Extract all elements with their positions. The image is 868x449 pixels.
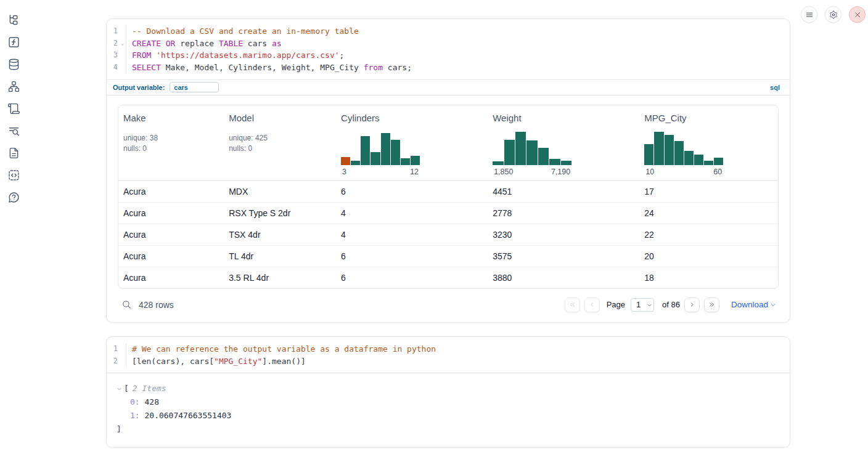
search-icon[interactable] — [121, 299, 132, 310]
close-bracket: ] — [117, 423, 780, 436]
code-line[interactable]: 4SELECT Make, Model, Cylinders, Weight, … — [107, 62, 790, 74]
output-variable-input[interactable] — [170, 82, 219, 92]
column-title: Weight — [493, 113, 634, 123]
datasources-icon[interactable] — [7, 57, 20, 71]
histogram-bar — [644, 144, 653, 165]
dependency-graph-icon[interactable] — [7, 79, 20, 93]
last-page-button[interactable] — [704, 297, 719, 312]
histogram-bar — [401, 158, 410, 165]
logs-search-icon[interactable] — [7, 124, 20, 137]
table-cell: 3.5 RL 4dr — [224, 267, 336, 288]
documentation-icon[interactable] — [7, 146, 20, 160]
table-cell: 4451 — [488, 181, 639, 202]
histogram-bar — [694, 155, 703, 165]
table-header: Make unique: 38 nulls: 0 Model unique: 4… — [118, 105, 778, 180]
tree-entry-key: 0: — [130, 397, 140, 407]
code-line[interactable]: 2⌄CREATE OR replace TABLE cars as — [107, 38, 790, 50]
snippets-icon[interactable] — [7, 168, 20, 182]
code-line[interactable]: 1-- Download a CSV and create an in-memo… — [107, 25, 790, 38]
table-cell: 2778 — [488, 203, 639, 224]
table-cell: MDX — [224, 181, 336, 202]
pagination: Page 1 of 86 — [565, 297, 776, 312]
page-select[interactable]: 1 — [631, 298, 654, 312]
page-select-wrap: 1 — [631, 298, 654, 312]
download-label: Download — [731, 300, 768, 309]
prev-page-button[interactable] — [584, 297, 600, 312]
histogram-bar — [526, 140, 537, 165]
notebook-main: 1-- Download a CSV and create an in-memo… — [106, 18, 790, 448]
histogram-bar — [411, 156, 420, 165]
table-cell: Acura — [118, 181, 224, 202]
code-line[interactable]: 3FROM 'https://datasets.marimo.app/cars.… — [107, 49, 790, 62]
table-row: AcuraRSX Type S 2dr4277824 — [118, 202, 778, 224]
line-number-gutter: 2⌄ — [107, 38, 126, 50]
collapse-chevron-icon[interactable] — [117, 386, 122, 392]
language-badge[interactable]: sql — [770, 84, 784, 91]
column-title: Make — [123, 113, 219, 123]
column-title: MPG_City — [644, 113, 773, 123]
histogram-bar — [674, 141, 684, 165]
python-code-editor[interactable]: 1# We can reference the output variable … — [107, 337, 790, 373]
histogram-bar — [504, 140, 515, 165]
settings-gear-icon[interactable] — [825, 6, 841, 23]
table-body: AcuraMDX6445117AcuraRSX Type S 2dr427782… — [118, 180, 778, 288]
mpg-city-histogram: 1060 — [644, 131, 723, 176]
table-cell: TL 4dr — [224, 246, 336, 267]
fold-chevron-icon[interactable]: ⌄ — [119, 38, 126, 50]
stat-unique: unique: 425 — [229, 133, 331, 144]
histogram-axis-labels: 1060 — [644, 168, 723, 176]
histogram-bar — [684, 151, 694, 165]
code-line[interactable]: 2[len(cars), cars["MPG_City"].mean()] — [107, 355, 790, 368]
histogram-bars — [644, 131, 723, 165]
download-button[interactable]: Download — [731, 300, 776, 309]
table-cell: 22 — [639, 224, 778, 245]
axis-tick-label: 1,850 — [494, 168, 513, 176]
python-cell-output: [ 2 Items 0: 4281: 20.060747663551403 ] — [107, 373, 790, 447]
left-sidebar — [0, 0, 27, 204]
help-chat-icon[interactable] — [7, 190, 20, 204]
shutdown-close-icon[interactable] — [849, 6, 866, 23]
histogram-bar — [665, 135, 674, 165]
table-row: AcuraMDX6445117 — [118, 180, 778, 202]
tree-root: [ 2 Items — [117, 382, 780, 395]
column-header-weight: Weight 1,8507,190 — [488, 105, 639, 180]
tree-entry: 1: 20.060747663551403 — [117, 409, 780, 423]
axis-tick-label: 7,190 — [551, 168, 570, 176]
histogram-bar — [381, 133, 390, 165]
histogram-bar — [515, 132, 526, 164]
table-cell: 20 — [639, 246, 778, 267]
table-cell: Acura — [118, 246, 224, 267]
table-cell: Acura — [118, 267, 224, 288]
table-cell: Acura — [118, 203, 224, 224]
output-variable-label: Output variable: — [113, 84, 165, 91]
items-count-label: 2 Items — [133, 382, 166, 395]
menu-icon[interactable] — [801, 6, 817, 23]
histogram-bar — [704, 161, 713, 165]
histogram-bars — [341, 131, 420, 165]
table-cell: 3575 — [488, 246, 639, 267]
page-total: of 86 — [662, 300, 680, 309]
function-panel-icon[interactable] — [7, 35, 20, 49]
scratchpad-icon[interactable] — [7, 102, 20, 115]
file-tree-icon[interactable] — [7, 13, 20, 26]
column-header-cylinders: Cylinders 312 — [336, 105, 488, 180]
column-header-mpg-city: MPG_City 1060 — [639, 105, 778, 180]
line-number-gutter: 1 — [107, 25, 126, 38]
histogram-bar — [361, 136, 370, 165]
histogram-bar — [371, 152, 380, 165]
chevron-down-icon — [770, 302, 776, 308]
histogram-bars — [493, 131, 571, 165]
sql-code-editor[interactable]: 1-- Download a CSV and create an in-memo… — [107, 19, 790, 79]
next-page-button[interactable] — [684, 297, 700, 312]
first-page-button[interactable] — [565, 297, 580, 312]
column-title: Model — [229, 113, 331, 123]
code-line[interactable]: 1# We can reference the output variable … — [107, 343, 790, 355]
weight-histogram: 1,8507,190 — [493, 131, 571, 176]
table-footer: 428 rows Page 1 — [118, 289, 779, 315]
table-row: Acura3.5 RL 4dr6388018 — [118, 267, 778, 288]
table-row: AcuraTSX 4dr4323022 — [118, 224, 778, 245]
open-bracket: [ — [124, 382, 129, 395]
table-cell: 18 — [639, 267, 778, 288]
axis-tick-label: 10 — [645, 168, 654, 176]
line-number-gutter: 3 — [107, 49, 126, 62]
